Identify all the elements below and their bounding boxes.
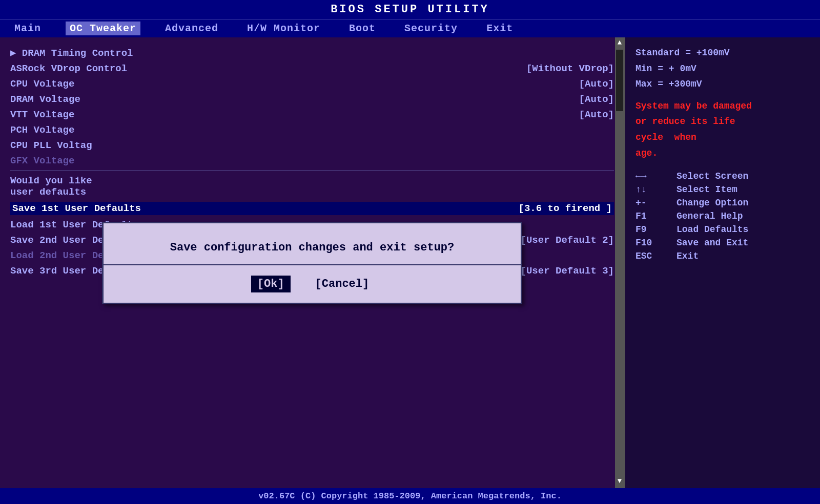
key-esc: ESC [636, 251, 666, 261]
title-bar: BIOS SETUP UTILITY [0, 0, 820, 19]
key-select-screen-desc: Select Screen [676, 171, 748, 181]
right-info-line1: Standard = +100mV [636, 45, 810, 61]
right-keybinds: ←→ Select Screen ↑↓ Select Item +- Chang… [636, 171, 810, 261]
key-plus-minus: +- [636, 198, 666, 208]
key-select-item-desc: Select Item [676, 184, 737, 195]
keybind-f9: F9 Load Defaults [636, 224, 810, 235]
footer-text: v02.67C (C) Copyright 1985-2009, America… [258, 491, 562, 501]
menu-oc-tweaker[interactable]: OC Tweaker [66, 22, 140, 35]
bios-screen: BIOS SETUP UTILITY Main OC Tweaker Advan… [0, 0, 820, 504]
keybind-change-option: +- Change Option [636, 198, 810, 208]
key-f9: F9 [636, 224, 666, 235]
keybind-esc: ESC Exit [636, 251, 810, 261]
key-change-option-desc: Change Option [676, 198, 748, 208]
menu-hw-monitor[interactable]: H/W Monitor [243, 22, 324, 35]
key-f1-desc: General Help [676, 211, 743, 221]
menu-security[interactable]: Security [400, 22, 462, 35]
menu-exit[interactable]: Exit [482, 22, 517, 35]
key-f1: F1 [636, 211, 666, 221]
right-info-line3: Max = +300mV [636, 76, 810, 92]
keybind-select-item: ↑↓ Select Item [636, 184, 810, 195]
menu-boot[interactable]: Boot [345, 22, 380, 35]
dialog-buttons: [Ok] [Cancel] [104, 265, 521, 303]
key-esc-desc: Exit [676, 251, 699, 261]
dialog-box: Save configuration changes and exit setu… [102, 222, 522, 304]
right-warning: System may be damagedor reduce its lifec… [636, 98, 810, 161]
menu-main[interactable]: Main [10, 22, 45, 35]
right-info: Standard = +100mV Min = + 0mV Max = +300… [636, 45, 810, 92]
keybind-f1: F1 General Help [636, 211, 810, 221]
title-text: BIOS SETUP UTILITY [331, 3, 489, 16]
main-content: ▶ DRAM Timing Control ASRock VDrop Contr… [0, 37, 820, 488]
key-arrows-lr: ←→ [636, 171, 666, 181]
footer: v02.67C (C) Copyright 1985-2009, America… [0, 488, 820, 504]
dialog-ok-button[interactable]: [Ok] [251, 276, 291, 292]
dialog-overlay: Save configuration changes and exit setu… [0, 37, 624, 488]
dialog-message: Save configuration changes and exit setu… [104, 223, 521, 265]
key-arrows-ud: ↑↓ [636, 184, 666, 195]
key-f10-desc: Save and Exit [676, 238, 748, 248]
keybind-select-screen: ←→ Select Screen [636, 171, 810, 181]
right-info-line2: Min = + 0mV [636, 61, 810, 77]
menu-bar: Main OC Tweaker Advanced H/W Monitor Boo… [0, 19, 820, 37]
keybind-f10: F10 Save and Exit [636, 238, 810, 248]
dialog-cancel-button[interactable]: [Cancel] [311, 276, 374, 292]
left-panel: ▶ DRAM Timing Control ASRock VDrop Contr… [0, 37, 625, 488]
right-panel: Standard = +100mV Min = + 0mV Max = +300… [625, 37, 820, 488]
key-f10: F10 [636, 238, 666, 248]
key-f9-desc: Load Defaults [676, 224, 748, 235]
menu-advanced[interactable]: Advanced [161, 22, 222, 35]
